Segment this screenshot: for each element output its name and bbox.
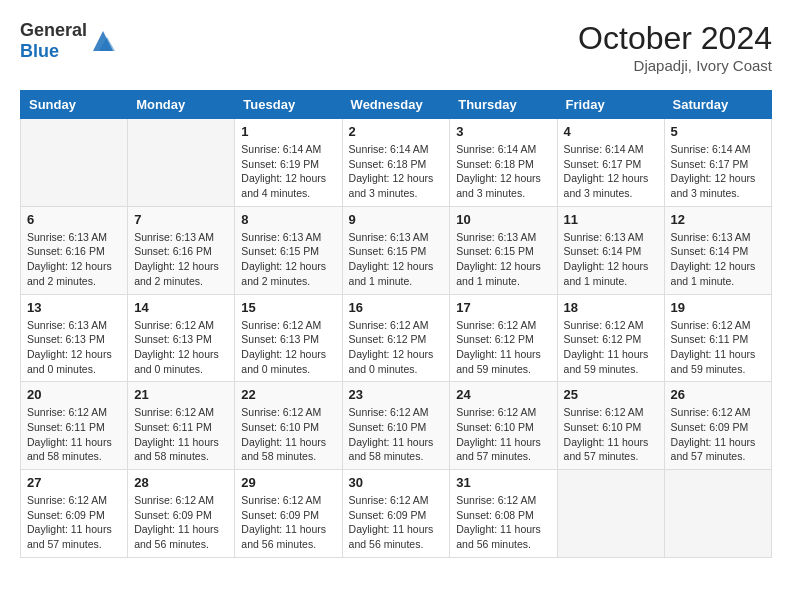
calendar-cell: 8Sunrise: 6:13 AM Sunset: 6:15 PM Daylig… — [235, 206, 342, 294]
calendar-cell: 21Sunrise: 6:12 AM Sunset: 6:11 PM Dayli… — [128, 382, 235, 470]
calendar-cell — [557, 470, 664, 558]
logo: General Blue — [20, 20, 117, 62]
day-info: Sunrise: 6:12 AM Sunset: 6:10 PM Dayligh… — [456, 405, 550, 464]
header-wednesday: Wednesday — [342, 91, 450, 119]
day-number: 25 — [564, 387, 658, 402]
calendar-week-row: 1Sunrise: 6:14 AM Sunset: 6:19 PM Daylig… — [21, 119, 772, 207]
calendar-cell: 19Sunrise: 6:12 AM Sunset: 6:11 PM Dayli… — [664, 294, 771, 382]
calendar-cell: 13Sunrise: 6:13 AM Sunset: 6:13 PM Dayli… — [21, 294, 128, 382]
logo-icon — [89, 27, 117, 55]
day-info: Sunrise: 6:13 AM Sunset: 6:14 PM Dayligh… — [671, 230, 765, 289]
calendar-cell: 17Sunrise: 6:12 AM Sunset: 6:12 PM Dayli… — [450, 294, 557, 382]
calendar-cell: 2Sunrise: 6:14 AM Sunset: 6:18 PM Daylig… — [342, 119, 450, 207]
calendar-cell: 7Sunrise: 6:13 AM Sunset: 6:16 PM Daylig… — [128, 206, 235, 294]
day-number: 13 — [27, 300, 121, 315]
day-info: Sunrise: 6:12 AM Sunset: 6:10 PM Dayligh… — [241, 405, 335, 464]
day-info: Sunrise: 6:13 AM Sunset: 6:15 PM Dayligh… — [456, 230, 550, 289]
calendar-cell — [664, 470, 771, 558]
day-info: Sunrise: 6:14 AM Sunset: 6:18 PM Dayligh… — [349, 142, 444, 201]
day-number: 9 — [349, 212, 444, 227]
day-number: 14 — [134, 300, 228, 315]
day-info: Sunrise: 6:12 AM Sunset: 6:09 PM Dayligh… — [241, 493, 335, 552]
header-saturday: Saturday — [664, 91, 771, 119]
calendar-cell: 5Sunrise: 6:14 AM Sunset: 6:17 PM Daylig… — [664, 119, 771, 207]
day-info: Sunrise: 6:12 AM Sunset: 6:10 PM Dayligh… — [349, 405, 444, 464]
day-info: Sunrise: 6:12 AM Sunset: 6:13 PM Dayligh… — [241, 318, 335, 377]
day-number: 2 — [349, 124, 444, 139]
calendar-cell: 1Sunrise: 6:14 AM Sunset: 6:19 PM Daylig… — [235, 119, 342, 207]
day-info: Sunrise: 6:13 AM Sunset: 6:15 PM Dayligh… — [349, 230, 444, 289]
calendar-cell: 25Sunrise: 6:12 AM Sunset: 6:10 PM Dayli… — [557, 382, 664, 470]
calendar-cell — [21, 119, 128, 207]
day-number: 24 — [456, 387, 550, 402]
day-info: Sunrise: 6:12 AM Sunset: 6:10 PM Dayligh… — [564, 405, 658, 464]
header-monday: Monday — [128, 91, 235, 119]
title-block: October 2024 Djapadji, Ivory Coast — [578, 20, 772, 74]
day-info: Sunrise: 6:12 AM Sunset: 6:11 PM Dayligh… — [134, 405, 228, 464]
calendar-cell: 3Sunrise: 6:14 AM Sunset: 6:18 PM Daylig… — [450, 119, 557, 207]
day-number: 21 — [134, 387, 228, 402]
calendar-cell: 15Sunrise: 6:12 AM Sunset: 6:13 PM Dayli… — [235, 294, 342, 382]
calendar-cell: 26Sunrise: 6:12 AM Sunset: 6:09 PM Dayli… — [664, 382, 771, 470]
day-info: Sunrise: 6:14 AM Sunset: 6:17 PM Dayligh… — [671, 142, 765, 201]
day-number: 22 — [241, 387, 335, 402]
calendar-header-row: SundayMondayTuesdayWednesdayThursdayFrid… — [21, 91, 772, 119]
day-number: 8 — [241, 212, 335, 227]
calendar-cell: 14Sunrise: 6:12 AM Sunset: 6:13 PM Dayli… — [128, 294, 235, 382]
day-info: Sunrise: 6:12 AM Sunset: 6:09 PM Dayligh… — [349, 493, 444, 552]
calendar-cell: 10Sunrise: 6:13 AM Sunset: 6:15 PM Dayli… — [450, 206, 557, 294]
calendar-cell: 30Sunrise: 6:12 AM Sunset: 6:09 PM Dayli… — [342, 470, 450, 558]
header-friday: Friday — [557, 91, 664, 119]
day-number: 6 — [27, 212, 121, 227]
day-number: 10 — [456, 212, 550, 227]
calendar-cell: 29Sunrise: 6:12 AM Sunset: 6:09 PM Dayli… — [235, 470, 342, 558]
day-info: Sunrise: 6:12 AM Sunset: 6:09 PM Dayligh… — [27, 493, 121, 552]
calendar-cell: 16Sunrise: 6:12 AM Sunset: 6:12 PM Dayli… — [342, 294, 450, 382]
day-info: Sunrise: 6:13 AM Sunset: 6:15 PM Dayligh… — [241, 230, 335, 289]
day-info: Sunrise: 6:12 AM Sunset: 6:12 PM Dayligh… — [349, 318, 444, 377]
day-number: 1 — [241, 124, 335, 139]
day-number: 20 — [27, 387, 121, 402]
logo-blue: Blue — [20, 41, 59, 61]
calendar-cell: 22Sunrise: 6:12 AM Sunset: 6:10 PM Dayli… — [235, 382, 342, 470]
day-number: 18 — [564, 300, 658, 315]
header-tuesday: Tuesday — [235, 91, 342, 119]
calendar-cell — [128, 119, 235, 207]
month-year: October 2024 — [578, 20, 772, 57]
calendar-week-row: 27Sunrise: 6:12 AM Sunset: 6:09 PM Dayli… — [21, 470, 772, 558]
day-number: 16 — [349, 300, 444, 315]
day-info: Sunrise: 6:13 AM Sunset: 6:13 PM Dayligh… — [27, 318, 121, 377]
day-number: 23 — [349, 387, 444, 402]
calendar-cell: 11Sunrise: 6:13 AM Sunset: 6:14 PM Dayli… — [557, 206, 664, 294]
calendar-cell: 28Sunrise: 6:12 AM Sunset: 6:09 PM Dayli… — [128, 470, 235, 558]
logo-general: General — [20, 20, 87, 40]
day-info: Sunrise: 6:12 AM Sunset: 6:12 PM Dayligh… — [456, 318, 550, 377]
calendar-cell: 18Sunrise: 6:12 AM Sunset: 6:12 PM Dayli… — [557, 294, 664, 382]
day-number: 15 — [241, 300, 335, 315]
day-info: Sunrise: 6:13 AM Sunset: 6:16 PM Dayligh… — [27, 230, 121, 289]
page-header: General Blue October 2024 Djapadji, Ivor… — [20, 20, 772, 74]
day-info: Sunrise: 6:14 AM Sunset: 6:18 PM Dayligh… — [456, 142, 550, 201]
day-number: 26 — [671, 387, 765, 402]
calendar-week-row: 6Sunrise: 6:13 AM Sunset: 6:16 PM Daylig… — [21, 206, 772, 294]
day-info: Sunrise: 6:14 AM Sunset: 6:17 PM Dayligh… — [564, 142, 658, 201]
day-info: Sunrise: 6:14 AM Sunset: 6:19 PM Dayligh… — [241, 142, 335, 201]
calendar-table: SundayMondayTuesdayWednesdayThursdayFrid… — [20, 90, 772, 558]
calendar-cell: 31Sunrise: 6:12 AM Sunset: 6:08 PM Dayli… — [450, 470, 557, 558]
day-number: 11 — [564, 212, 658, 227]
day-info: Sunrise: 6:12 AM Sunset: 6:09 PM Dayligh… — [134, 493, 228, 552]
calendar-cell: 6Sunrise: 6:13 AM Sunset: 6:16 PM Daylig… — [21, 206, 128, 294]
day-info: Sunrise: 6:13 AM Sunset: 6:14 PM Dayligh… — [564, 230, 658, 289]
day-info: Sunrise: 6:12 AM Sunset: 6:13 PM Dayligh… — [134, 318, 228, 377]
day-info: Sunrise: 6:12 AM Sunset: 6:11 PM Dayligh… — [27, 405, 121, 464]
logo-text: General Blue — [20, 20, 87, 62]
calendar-cell: 20Sunrise: 6:12 AM Sunset: 6:11 PM Dayli… — [21, 382, 128, 470]
calendar-cell: 24Sunrise: 6:12 AM Sunset: 6:10 PM Dayli… — [450, 382, 557, 470]
calendar-cell: 12Sunrise: 6:13 AM Sunset: 6:14 PM Dayli… — [664, 206, 771, 294]
calendar-cell: 23Sunrise: 6:12 AM Sunset: 6:10 PM Dayli… — [342, 382, 450, 470]
day-number: 5 — [671, 124, 765, 139]
day-number: 17 — [456, 300, 550, 315]
day-info: Sunrise: 6:12 AM Sunset: 6:08 PM Dayligh… — [456, 493, 550, 552]
day-number: 19 — [671, 300, 765, 315]
day-info: Sunrise: 6:12 AM Sunset: 6:09 PM Dayligh… — [671, 405, 765, 464]
